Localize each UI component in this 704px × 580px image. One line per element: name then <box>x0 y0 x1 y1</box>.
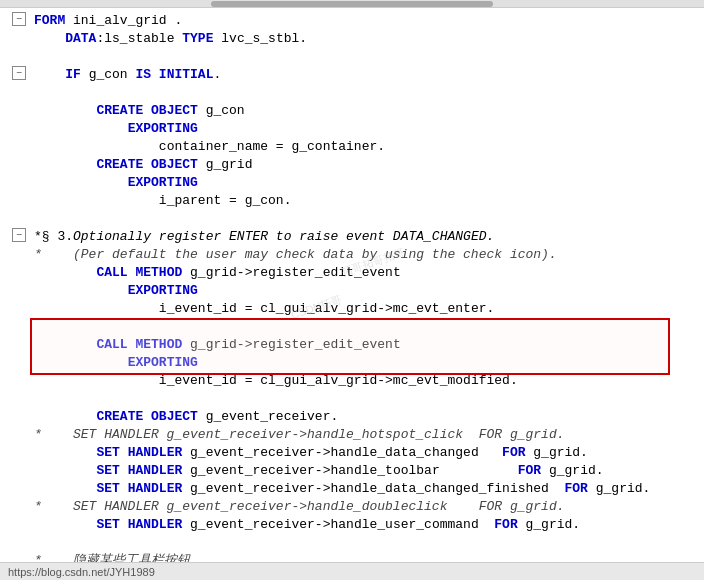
code-line: i_parent = g_con. <box>0 192 704 210</box>
token: * SET HANDLER g_event_receiver->handle_d… <box>34 499 565 514</box>
code-editor: 拓哥拓哥拓哥 CSDN拓哥 −FORM ini_alv_grid . DATA:… <box>0 0 704 580</box>
code-line <box>0 210 704 228</box>
scrollbar-thumb[interactable] <box>211 1 493 7</box>
line-text: i_event_id = cl_gui_alv_grid->mc_evt_ent… <box>30 300 704 318</box>
code-line <box>0 534 704 552</box>
token: ini_alv_grid . <box>65 13 182 28</box>
url-label: https://blog.csdn.net/JYH1989 <box>8 566 155 578</box>
line-text: EXPORTING <box>30 282 704 300</box>
collapse-icon[interactable]: − <box>12 228 26 242</box>
token: DATA <box>65 31 96 46</box>
token: . <box>213 67 221 82</box>
token: IS INITIAL <box>135 67 213 82</box>
token: FOR <box>518 463 541 478</box>
token: FORM <box>34 13 65 28</box>
code-line: EXPORTING <box>0 120 704 138</box>
line-text: DATA:ls_stable TYPE lvc_s_stbl. <box>30 30 704 48</box>
token: CREATE OBJECT <box>96 157 197 172</box>
line-text: * SET HANDLER g_event_receiver->handle_d… <box>30 498 704 516</box>
token: SET HANDLER <box>96 445 182 460</box>
token: EXPORTING <box>128 355 198 370</box>
code-line: i_event_id = cl_gui_alv_grid->mc_evt_ent… <box>0 300 704 318</box>
code-line: SET HANDLER g_event_receiver->handle_use… <box>0 516 704 534</box>
line-text: i_parent = g_con. <box>30 192 704 210</box>
token: TYPE <box>182 31 213 46</box>
token: g_grid. <box>518 517 580 532</box>
code-line: i_event_id = cl_gui_alv_grid->mc_evt_mod… <box>0 372 704 390</box>
line-text: FORM ini_alv_grid . <box>30 12 704 30</box>
token: FOR <box>494 517 517 532</box>
code-line: EXPORTING <box>0 282 704 300</box>
code-line: SET HANDLER g_event_receiver->handle_dat… <box>0 444 704 462</box>
code-line: EXPORTING <box>0 354 704 372</box>
token: * SET HANDLER g_event_receiver->handle_h… <box>34 427 565 442</box>
token: container_name = g_container. <box>159 139 385 154</box>
collapse-icon[interactable]: − <box>12 66 26 80</box>
token: :ls_stable <box>96 31 182 46</box>
line-text: CALL METHOD g_grid->register_edit_event <box>30 264 704 282</box>
code-line: SET HANDLER g_event_receiver->handle_too… <box>0 462 704 480</box>
token: g_con <box>198 103 245 118</box>
code-line: CREATE OBJECT g_con <box>0 102 704 120</box>
token: g_grid <box>198 157 253 172</box>
line-text: CALL METHOD g_grid->register_edit_event <box>30 336 704 354</box>
token: FOR <box>502 445 525 460</box>
token: g_grid->register_edit_event <box>182 337 400 352</box>
line-gutter: − <box>8 228 30 242</box>
token: CREATE OBJECT <box>96 409 197 424</box>
code-line: −FORM ini_alv_grid . <box>0 12 704 30</box>
collapse-icon[interactable]: − <box>12 12 26 26</box>
line-text: container_name = g_container. <box>30 138 704 156</box>
token: lvc_s_stbl. <box>213 31 307 46</box>
line-text: CREATE OBJECT g_event_receiver. <box>30 408 704 426</box>
code-line: * SET HANDLER g_event_receiver->handle_d… <box>0 498 704 516</box>
code-lines: −FORM ini_alv_grid . DATA:ls_stable TYPE… <box>0 8 704 580</box>
token: *§ 3. <box>34 229 73 244</box>
line-text: *§ 3.Optionally register ENTER to raise … <box>30 228 704 246</box>
token: g_event_receiver. <box>198 409 338 424</box>
code-line <box>0 84 704 102</box>
token: EXPORTING <box>128 121 198 136</box>
line-text: CREATE OBJECT g_grid <box>30 156 704 174</box>
token: g_event_receiver->handle_data_changed_fi… <box>182 481 564 496</box>
line-text: SET HANDLER g_event_receiver->handle_dat… <box>30 444 704 462</box>
code-line <box>0 390 704 408</box>
code-line: CALL METHOD g_grid->register_edit_event <box>0 264 704 282</box>
token: CREATE OBJECT <box>96 103 197 118</box>
code-line: container_name = g_container. <box>0 138 704 156</box>
token: EXPORTING <box>128 283 198 298</box>
token: i_event_id = cl_gui_alv_grid->mc_evt_mod… <box>159 373 518 388</box>
line-text: * (Per default the user may check data b… <box>30 246 704 264</box>
code-line: * (Per default the user may check data b… <box>0 246 704 264</box>
code-line: CALL METHOD g_grid->register_edit_event <box>0 336 704 354</box>
token: i_event_id = cl_gui_alv_grid->mc_evt_ent… <box>159 301 494 316</box>
line-text: SET HANDLER g_event_receiver->handle_dat… <box>30 480 704 498</box>
token: g_grid. <box>526 445 588 460</box>
line-text: * SET HANDLER g_event_receiver->handle_h… <box>30 426 704 444</box>
line-text: EXPORTING <box>30 354 704 372</box>
token: g_con <box>81 67 136 82</box>
horizontal-scrollbar[interactable] <box>0 0 704 8</box>
line-text: EXPORTING <box>30 174 704 192</box>
token: FOR <box>565 481 588 496</box>
code-line: −*§ 3.Optionally register ENTER to raise… <box>0 228 704 246</box>
token: SET HANDLER <box>96 481 182 496</box>
token: Optionally register ENTER to raise event… <box>73 229 494 244</box>
status-bar: https://blog.csdn.net/JYH1989 <box>0 562 704 580</box>
code-line <box>0 48 704 66</box>
token: IF <box>65 67 81 82</box>
line-text: IF g_con IS INITIAL. <box>30 66 704 84</box>
token: SET HANDLER <box>96 517 182 532</box>
code-line <box>0 318 704 336</box>
code-line: * SET HANDLER g_event_receiver->handle_h… <box>0 426 704 444</box>
token: EXPORTING <box>128 175 198 190</box>
token: SET HANDLER <box>96 463 182 478</box>
token: * (Per default the user may check data b… <box>34 247 557 262</box>
line-text: SET HANDLER g_event_receiver->handle_use… <box>30 516 704 534</box>
token: g_grid. <box>588 481 650 496</box>
line-text: SET HANDLER g_event_receiver->handle_too… <box>30 462 704 480</box>
code-line: CREATE OBJECT g_grid <box>0 156 704 174</box>
token: g_event_receiver->handle_toolbar <box>182 463 517 478</box>
token: g_event_receiver->handle_data_changed <box>182 445 502 460</box>
code-line: EXPORTING <box>0 174 704 192</box>
